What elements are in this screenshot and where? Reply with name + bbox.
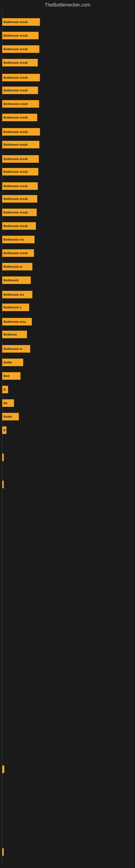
bar-label: Bottleneck result [3,76,28,79]
bottleneck-bar [2,454,4,461]
bottleneck-bar: Bottleneck n [2,304,29,311]
bottleneck-bar: Bottlenec [2,331,27,338]
bottleneck-bar: Bott [2,372,20,380]
bar-label: Bottleneck resu [3,320,26,323]
bar-label: Bottleneck result [3,102,28,105]
bar-label: Bottleneck result [3,61,28,64]
bottleneck-bar: B [2,426,6,434]
bar-label: B [3,388,6,391]
bottleneck-bar: Bottleneck re [2,263,32,271]
bottleneck-bar: Bottleneck result [2,155,39,163]
bottleneck-bar: Bottleneck result [2,168,38,176]
bottleneck-bar [2,480,4,488]
site-title: TheBottlenecker.com [0,0,135,10]
bar-label: Bo [3,401,8,405]
bar-label: B [3,429,6,432]
bottleneck-bar: Bottleneck result [2,249,34,257]
bottleneck-bar: Bottleneck result [2,141,39,148]
bar-label: Bottleneck result [3,251,28,255]
bottleneck-bar: Bottleneck result [2,182,38,190]
bottleneck-bar: Bottleneck res [2,236,35,243]
bottleneck-bar: Bottleneck re [2,345,30,352]
y-axis-line [2,10,2,865]
bottleneck-bar: Bottleneck resu [2,318,32,326]
bottleneck-bar: Bottleneck result [2,87,38,94]
bottleneck-bar: Bottleneck result [2,74,40,82]
bottleneck-bar: Bottleneck res [2,291,32,299]
bottleneck-bar: Bottleneck result [2,32,39,39]
bar-label: Bottleneck res [3,293,24,296]
bar-label: Bott [3,374,9,378]
bottleneck-bar: Bottleneck result [2,18,40,26]
bar-label: Bottleneck re [3,347,22,350]
bar-label: Bottleneck [3,279,18,282]
bar-label: Bottleneck result [3,197,28,200]
bar-label: Bottleneck n [3,306,21,309]
bottleneck-bar [2,766,4,773]
bar-label: Bottleneck result [3,143,28,146]
bar-label: Bottleneck result [3,89,28,92]
bar-label: Bottleneck res [3,238,24,241]
bar-label: Bottleneck result [3,130,28,133]
bottleneck-bar: Bottleneck result [2,128,40,135]
bar-label: Bottleneck result [3,170,28,173]
bottleneck-bar: Bottleneck result [2,222,36,230]
bottleneck-bar: Bottleneck [2,276,31,284]
bar-label: Bottleneck result [3,184,28,188]
bottleneck-bar: Bottle [2,413,19,421]
bar-label: Bottleneck re [3,265,22,268]
bar-label: Bottleneck result [3,224,28,227]
bar-label: Bottleneck result [3,48,28,51]
bar-label: Bottleneck result [3,34,28,37]
bar-label: Bottleneck result [3,211,28,214]
chart-area: Bottleneck resultBottleneck resultBottle… [0,10,135,865]
bottleneck-bar: Bottle [2,359,23,366]
bar-label: Bottleneck result [3,116,28,119]
bar-label: Bottlenec [3,333,17,336]
bottleneck-bar: Bottleneck result [2,209,37,216]
bar-label: Bottle [3,415,12,418]
bottleneck-bar: Bottleneck result [2,45,39,53]
bottleneck-bar: Bottleneck result [2,100,39,108]
bottleneck-bar: Bottleneck result [2,114,37,121]
bottleneck-bar: B [2,386,8,393]
bottleneck-bar: Bottleneck result [2,59,38,66]
bottleneck-bar: Bottleneck result [2,195,37,203]
bar-label: Bottleneck result [3,20,28,24]
bottleneck-bar: Bo [2,399,14,407]
bar-label: Bottle [3,361,12,364]
bottleneck-bar [2,848,4,856]
bar-label: Bottleneck result [3,157,28,161]
